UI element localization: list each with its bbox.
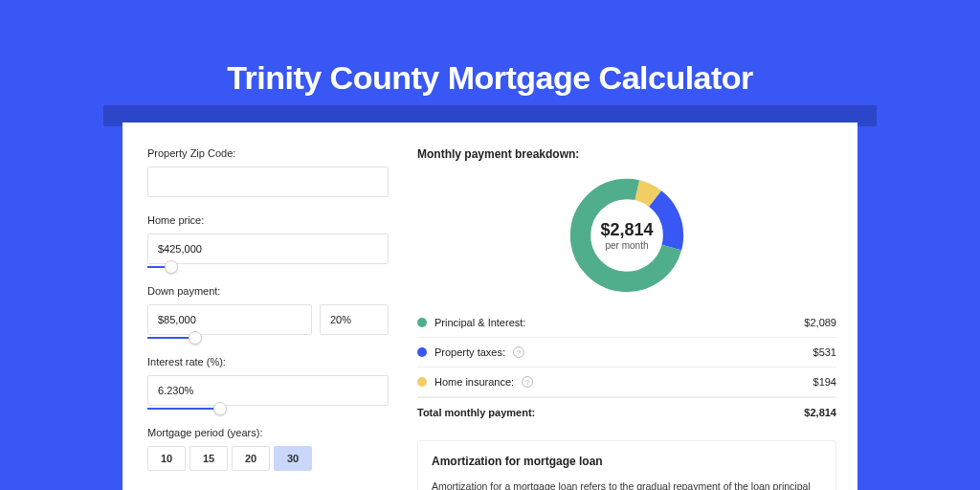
period-option-15[interactable]: 15 xyxy=(189,446,228,471)
amortization-card: Amortization for mortgage loan Amortizat… xyxy=(417,440,836,490)
calculator-card: Property Zip Code: Home price: Down paym… xyxy=(122,122,858,490)
rate-slider-thumb[interactable] xyxy=(213,402,227,415)
amortization-body: Amortization for a mortgage loan refers … xyxy=(432,479,822,490)
period-option-20[interactable]: 20 xyxy=(232,446,270,471)
price-label: Home price: xyxy=(147,214,389,226)
info-icon[interactable]: ? xyxy=(522,376,533,388)
breakdown-donut-chart: $2,814 per month xyxy=(566,174,688,297)
form-panel: Property Zip Code: Home price: Down paym… xyxy=(147,147,389,490)
legend-dot-tax xyxy=(417,347,427,357)
breakdown-panel: Monthly payment breakdown: $2,814 per mo… xyxy=(417,147,836,490)
down-pct-input[interactable] xyxy=(320,304,389,335)
donut-center-sub: per month xyxy=(605,240,648,251)
page-title: Trinity County Mortgage Calculator xyxy=(0,0,980,97)
period-label: Mortgage period (years): xyxy=(147,427,389,438)
price-input[interactable] xyxy=(147,234,389,264)
rate-slider[interactable] xyxy=(147,408,389,410)
breakdown-row-tax: Property taxes:?$531 xyxy=(417,338,836,368)
down-slider[interactable] xyxy=(147,337,389,339)
breakdown-value-tax: $531 xyxy=(813,346,836,358)
down-amount-input[interactable] xyxy=(147,304,312,335)
period-option-10[interactable]: 10 xyxy=(147,446,186,471)
price-group: Home price: xyxy=(147,214,389,268)
amortization-title: Amortization for mortgage loan xyxy=(432,455,822,468)
rate-input[interactable] xyxy=(147,375,389,406)
legend-dot-ins xyxy=(417,377,427,387)
breakdown-label-ins: Home insurance: xyxy=(434,376,514,388)
breakdown-title: Monthly payment breakdown: xyxy=(417,147,836,161)
zip-input[interactable] xyxy=(147,167,389,197)
donut-center-value: $2,814 xyxy=(600,220,653,240)
breakdown-row-ins: Home insurance:?$194 xyxy=(417,368,836,397)
down-group: Down payment: xyxy=(147,285,389,339)
legend-dot-pi xyxy=(417,318,427,327)
total-label: Total monthly payment: xyxy=(417,407,535,418)
total-row: Total monthly payment: $2,814 xyxy=(417,397,836,427)
period-group: Mortgage period (years): 10152030 xyxy=(147,427,389,471)
breakdown-value-pi: $2,089 xyxy=(804,317,836,328)
breakdown-row-pi: Principal & Interest:$2,089 xyxy=(417,308,836,338)
breakdown-label-tax: Property taxes: xyxy=(434,346,505,358)
price-slider-thumb[interactable] xyxy=(165,260,178,274)
breakdown-label-pi: Principal & Interest: xyxy=(434,317,525,328)
period-option-30[interactable]: 30 xyxy=(274,446,312,471)
down-label: Down payment: xyxy=(147,285,389,297)
price-slider[interactable] xyxy=(147,266,389,268)
rate-label: Interest rate (%): xyxy=(147,356,389,368)
down-slider-thumb[interactable] xyxy=(189,331,202,345)
breakdown-value-ins: $194 xyxy=(813,376,836,388)
zip-group: Property Zip Code: xyxy=(147,147,389,197)
zip-label: Property Zip Code: xyxy=(147,147,389,159)
info-icon[interactable]: ? xyxy=(513,346,524,358)
total-value: $2,814 xyxy=(804,407,836,418)
rate-group: Interest rate (%): xyxy=(147,356,389,410)
